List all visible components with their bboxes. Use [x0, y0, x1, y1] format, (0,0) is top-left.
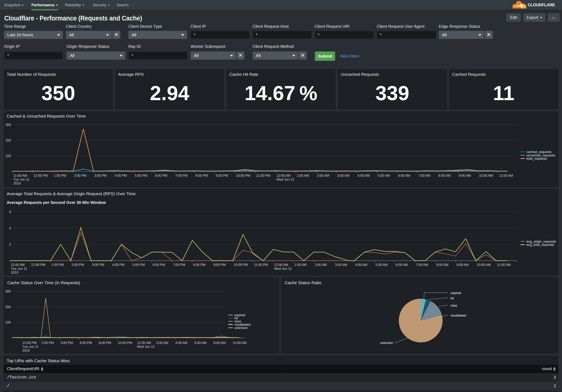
- svg-text:3:00 PM: 3:00 PM: [94, 174, 107, 178]
- svg-text:1:00 AM: 1:00 AM: [294, 263, 306, 267]
- svg-text:7:00 AM: 7:00 AM: [416, 263, 428, 267]
- svg-text:4: 4: [9, 226, 11, 230]
- svg-text:200: 200: [5, 305, 11, 309]
- svg-text:10:00 AM: 10:00 AM: [477, 263, 491, 267]
- svg-text:Wed Jun 12: Wed Jun 12: [274, 267, 292, 271]
- svg-text:5:00 AM: 5:00 AM: [375, 263, 388, 267]
- svg-text:’: ’: [559, 2, 559, 4]
- svg-text:8:00 PM: 8:00 PM: [99, 341, 111, 345]
- svg-text:300: 300: [5, 289, 11, 293]
- svg-text:9:00 PM: 9:00 PM: [213, 263, 226, 267]
- svg-text:2019: 2019: [22, 349, 30, 352]
- svg-text:200: 200: [5, 138, 11, 142]
- svg-text:9:00 AM: 9:00 AM: [456, 263, 468, 267]
- svg-text:8:00 AM: 8:00 AM: [436, 263, 448, 267]
- svg-text:2:00 PM: 2:00 PM: [74, 174, 86, 178]
- svg-text:unknown: unknown: [380, 341, 393, 345]
- svg-text:11:00 AM: 11:00 AM: [497, 263, 511, 267]
- svg-text:2:00 AM: 2:00 AM: [317, 174, 329, 178]
- svg-text:10:00 AM: 10:00 AM: [233, 341, 246, 345]
- svg-text:1:00 PM: 1:00 PM: [51, 263, 64, 267]
- svg-text:2:00 PM: 2:00 PM: [71, 263, 84, 267]
- svg-text:2:00 AM: 2:00 AM: [315, 263, 327, 267]
- svg-text:12:00 PM: 12:00 PM: [22, 341, 36, 345]
- svg-text:11:00 PM: 11:00 PM: [254, 263, 268, 267]
- svg-text:expired: expired: [450, 291, 461, 295]
- svg-text:11:00 AM: 11:00 AM: [13, 174, 27, 178]
- svg-text:8:00 PM: 8:00 PM: [195, 174, 208, 178]
- svg-text:9:00 PM: 9:00 PM: [216, 174, 228, 178]
- svg-text:Wed Jun 12: Wed Jun 12: [137, 345, 155, 349]
- svg-text:Tue Jun 11: Tue Jun 11: [22, 345, 38, 349]
- svg-text:CLOUDFLARE: CLOUDFLARE: [528, 3, 555, 7]
- svg-text:Tue Jun 11: Tue Jun 11: [13, 178, 30, 181]
- svg-text:4:00 AM: 4:00 AM: [175, 341, 187, 345]
- svg-text:6:00 AM: 6:00 AM: [396, 263, 408, 267]
- svg-text:300: 300: [5, 123, 11, 127]
- svg-text:11:00 AM: 11:00 AM: [11, 263, 24, 267]
- svg-text:7:00 PM: 7:00 PM: [173, 263, 185, 267]
- svg-text:10:00 PM: 10:00 PM: [118, 341, 132, 345]
- svg-text:3:00 AM: 3:00 AM: [337, 174, 349, 178]
- svg-text:unknown: unknown: [234, 326, 248, 330]
- svg-text:5:00 AM: 5:00 AM: [378, 174, 390, 178]
- svg-text:100: 100: [5, 321, 11, 324]
- svg-text:12:00 PM: 12:00 PM: [31, 263, 45, 267]
- svg-text:10:00 PM: 10:00 PM: [236, 174, 250, 178]
- svg-text:6:00 PM: 6:00 PM: [153, 263, 165, 267]
- svg-text:2019: 2019: [13, 181, 21, 185]
- svg-text:1:00 PM: 1:00 PM: [54, 174, 66, 178]
- svg-text:6: 6: [9, 210, 11, 214]
- svg-text:11:00 PM: 11:00 PM: [256, 174, 270, 178]
- svg-text:8:00 AM: 8:00 AM: [438, 174, 450, 178]
- svg-text:2019: 2019: [11, 271, 18, 275]
- svg-text:6:00 PM: 6:00 PM: [155, 174, 167, 178]
- svg-text:4:00 PM: 4:00 PM: [112, 263, 125, 267]
- svg-text:12:00 AM: 12:00 AM: [277, 174, 291, 178]
- svg-text:100: 100: [5, 154, 11, 158]
- svg-text:2:00 AM: 2:00 AM: [156, 341, 168, 345]
- svg-text:4:00 PM: 4:00 PM: [60, 341, 73, 345]
- svg-text:6:00 PM: 6:00 PM: [80, 341, 92, 345]
- svg-text:2:00 PM: 2:00 PM: [41, 341, 54, 345]
- svg-text:9:00 AM: 9:00 AM: [459, 174, 471, 178]
- svg-text:7:00 PM: 7:00 PM: [175, 174, 187, 178]
- svg-text:12:00 AM: 12:00 AM: [137, 341, 151, 345]
- svg-text:10:00 AM: 10:00 AM: [479, 174, 493, 178]
- svg-text:Tue Jun 11: Tue Jun 11: [11, 267, 27, 271]
- svg-text:Wed Jun 12: Wed Jun 12: [277, 178, 294, 181]
- svg-text:4:00 AM: 4:00 AM: [355, 263, 367, 267]
- svg-text:8:00 PM: 8:00 PM: [193, 263, 206, 267]
- svg-text:4:00 AM: 4:00 AM: [357, 174, 370, 178]
- svg-text:1:00 AM: 1:00 AM: [297, 174, 309, 178]
- svg-text:5:00 PM: 5:00 PM: [135, 174, 147, 178]
- svg-text:4:00 PM: 4:00 PM: [115, 174, 127, 178]
- svg-text:12:00 AM: 12:00 AM: [274, 263, 288, 267]
- svg-text:hit: hit: [450, 296, 454, 300]
- svg-text:7:00 AM: 7:00 AM: [418, 174, 430, 178]
- svg-text:6:00 AM: 6:00 AM: [194, 341, 207, 345]
- svg-text:3:00 PM: 3:00 PM: [92, 263, 104, 267]
- svg-text:8:00 AM: 8:00 AM: [213, 341, 226, 345]
- svg-text:total_requests: total_requests: [526, 157, 547, 161]
- svg-text:5:00 PM: 5:00 PM: [132, 263, 145, 267]
- svg-text:miss: miss: [450, 304, 457, 307]
- svg-text:2: 2: [9, 243, 11, 246]
- svg-text:revalidated: revalidated: [450, 313, 466, 317]
- svg-text:6:00 AM: 6:00 AM: [398, 174, 410, 178]
- svg-text:3:00 AM: 3:00 AM: [335, 263, 347, 267]
- svg-text:avg_total_requests: avg_total_requests: [526, 243, 554, 247]
- svg-text:12:00 PM: 12:00 PM: [34, 174, 48, 178]
- svg-text:11:00 AM: 11:00 AM: [499, 174, 513, 178]
- svg-text:10:00 PM: 10:00 PM: [234, 263, 248, 267]
